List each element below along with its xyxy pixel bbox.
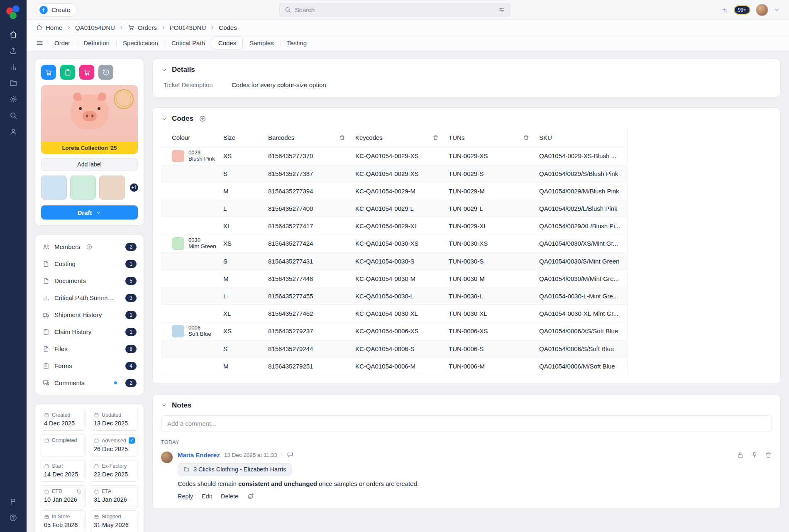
sidebar-item-costing[interactable]: Costing1 bbox=[38, 255, 141, 272]
rail-user[interactable] bbox=[5, 124, 22, 139]
rail-chart[interactable] bbox=[5, 59, 22, 75]
date-field-created[interactable]: Created4 Dec 2025 bbox=[40, 409, 86, 431]
history-icon[interactable] bbox=[76, 489, 82, 494]
breadcrumb-item-orders[interactable]: Orders bbox=[128, 24, 157, 31]
global-search[interactable] bbox=[279, 3, 510, 17]
codes-row-0006-S[interactable]: S8156435279244KC-QA01054-0006-STUN-0006-… bbox=[161, 340, 627, 357]
advertised-checkbox[interactable]: ✓ bbox=[129, 437, 135, 444]
date-field-start[interactable]: Start14 Dec 2025 bbox=[40, 460, 86, 482]
add-member-icon[interactable] bbox=[86, 244, 93, 250]
codes-row-0029-XL[interactable]: XL8156435277417KC-QA01054-0029-XLTUN-002… bbox=[161, 217, 627, 234]
status-dropdown[interactable]: Draft bbox=[41, 205, 138, 220]
codes-row-0030-XL[interactable]: XL8156435277462KC-QA01054-0030-XLTUN-003… bbox=[161, 305, 627, 322]
create-button[interactable]: + Create bbox=[36, 3, 77, 17]
notification-badge[interactable]: 99+ bbox=[734, 5, 750, 15]
calendar-icon bbox=[44, 412, 49, 418]
comment-input[interactable] bbox=[161, 415, 772, 432]
product-image[interactable]: Loreta Collection '25 bbox=[41, 85, 138, 154]
add-reaction-icon[interactable] bbox=[247, 493, 254, 500]
collapse-chevron-icon[interactable] bbox=[161, 402, 167, 408]
user-avatar[interactable] bbox=[756, 4, 768, 16]
breadcrumb-item-home[interactable]: Home bbox=[36, 24, 62, 31]
chevron-down-icon[interactable] bbox=[774, 7, 780, 13]
delete-column-icon[interactable] bbox=[432, 134, 439, 141]
tab-critical-path[interactable]: Critical Path bbox=[165, 37, 212, 49]
quick-action-clipboard-2[interactable] bbox=[60, 65, 75, 80]
rail-home[interactable] bbox=[5, 27, 22, 42]
trash-icon[interactable] bbox=[765, 451, 772, 459]
codes-row-0029-S[interactable]: S8156435277387KC-QA01054-0029-XSTUN-0029… bbox=[161, 165, 627, 182]
comment-action-delete[interactable]: Delete bbox=[221, 493, 238, 500]
codes-row-0006-M[interactable]: M8156435279251KC-QA01054-0006-MTUN-0006-… bbox=[161, 357, 627, 375]
tab-codes[interactable]: Codes bbox=[212, 37, 243, 49]
quick-action-cart-3[interactable] bbox=[79, 65, 94, 80]
quick-action-history-4[interactable] bbox=[98, 65, 113, 80]
codes-row-0030-M[interactable]: M8156435277448KC-QA01054-0030-MTUN-0030-… bbox=[161, 270, 627, 287]
rail-folder[interactable] bbox=[5, 75, 22, 91]
barcode-cell: 8156435279244 bbox=[268, 340, 355, 357]
sidebar-item-members[interactable]: Members2 bbox=[38, 238, 141, 255]
date-field-advertised[interactable]: Advertised✓26 Dec 2025 bbox=[90, 434, 139, 456]
tab-testing[interactable]: Testing bbox=[281, 37, 314, 49]
rail-upload[interactable] bbox=[5, 43, 22, 59]
sidebar-item-shipment-history[interactable]: Shipment History1 bbox=[38, 306, 141, 323]
rail-gear[interactable] bbox=[5, 91, 22, 107]
comment-action-edit[interactable]: Edit bbox=[202, 493, 212, 500]
rail-search[interactable] bbox=[5, 107, 22, 123]
image-thumbnail-2[interactable] bbox=[70, 176, 96, 200]
date-field-updated[interactable]: Updated13 Dec 2025 bbox=[90, 409, 139, 431]
breadcrumb-item-codes[interactable]: Codes bbox=[219, 24, 237, 31]
rail-help[interactable] bbox=[5, 510, 22, 526]
date-field-etd[interactable]: ETD10 Jan 2026 bbox=[40, 485, 86, 507]
add-code-icon[interactable] bbox=[199, 115, 206, 122]
image-thumbnail-1[interactable] bbox=[41, 176, 67, 200]
codes-row-0029-M[interactable]: M8156435277394KC-QA01054-0029-MTUN-0029-… bbox=[161, 182, 627, 200]
date-field-stopped[interactable]: Stopped31 May 2026 bbox=[90, 510, 139, 532]
image-thumbnail-3[interactable] bbox=[99, 176, 125, 200]
count-badge: 2 bbox=[125, 243, 137, 251]
hamburger-icon[interactable] bbox=[36, 39, 44, 47]
sidebar-item-claim-history[interactable]: Claim History1 bbox=[38, 323, 141, 340]
quick-action-cart-1[interactable] bbox=[41, 65, 56, 80]
sidebar-item-files[interactable]: Files8 bbox=[38, 340, 141, 357]
tab-definition[interactable]: Definition bbox=[77, 37, 116, 49]
rail-flag[interactable] bbox=[5, 494, 22, 510]
breadcrumb-item-po0143dnu[interactable]: PO0143DNU bbox=[170, 24, 206, 31]
sku-cell: QA01054/0029/XL/Blush Pi... bbox=[539, 217, 627, 234]
extra-images-badge[interactable]: +1 bbox=[129, 183, 139, 193]
search-input[interactable] bbox=[295, 6, 494, 13]
sidebar-item-comments[interactable]: Comments2 bbox=[38, 374, 141, 391]
collapse-chevron-icon[interactable] bbox=[161, 67, 167, 73]
codes-row-0030-L[interactable]: L8156435277455KC-QA01054-0030-LTUN-0030-… bbox=[161, 287, 627, 305]
sidebar-item-forms[interactable]: Forms4 bbox=[38, 357, 141, 374]
tab-samples[interactable]: Samples bbox=[243, 37, 280, 49]
company-tag-chip[interactable]: 3 Clicks Clothing - Elizabeth Harris bbox=[178, 463, 292, 476]
tab-order[interactable]: Order bbox=[48, 37, 77, 49]
codes-row-0029-XS[interactable]: 0029Blush PinkXS8156435277370KC-QA01054-… bbox=[161, 147, 627, 165]
codes-row-0030-XS[interactable]: 0030Mint GreenXS8156435277424KC-QA01054-… bbox=[161, 234, 627, 252]
date-field-ex-factory[interactable]: Ex-Factory22 Dec 2025 bbox=[90, 460, 139, 482]
date-field-completed[interactable]: Completed bbox=[40, 434, 86, 456]
codes-row-0030-S[interactable]: S8156435277431KC-QA01054-0030-STUN-0030-… bbox=[161, 252, 627, 270]
pin-icon[interactable] bbox=[751, 451, 758, 459]
codes-row-0006-XS[interactable]: 0006Soft BlueXS8156435279237KC-QA01054-0… bbox=[161, 322, 627, 340]
tab-specification[interactable]: Specification bbox=[116, 37, 165, 49]
comment-action-reply[interactable]: Reply bbox=[178, 493, 193, 500]
sparkle-icon[interactable] bbox=[720, 6, 728, 14]
comment-avatar[interactable] bbox=[161, 451, 173, 463]
collapse-chevron-icon[interactable] bbox=[161, 116, 167, 122]
app-logo[interactable] bbox=[6, 5, 21, 20]
add-label-button[interactable]: Add label bbox=[41, 158, 138, 171]
comment-author[interactable]: Maria Enderez bbox=[178, 451, 220, 459]
breadcrumb-item-qa01054dnu[interactable]: QA01054DNU bbox=[75, 24, 115, 31]
unlock-icon[interactable] bbox=[737, 451, 744, 459]
filter-icon[interactable] bbox=[498, 6, 505, 13]
chat-bubble-icon[interactable] bbox=[287, 451, 293, 458]
date-field-eta[interactable]: ETA31 Jan 2026 bbox=[90, 485, 139, 507]
sidebar-item-critical-path-summary[interactable]: Critical Path Summary3 bbox=[38, 289, 141, 306]
delete-column-icon[interactable] bbox=[339, 134, 345, 141]
date-field-in-store[interactable]: In Store05 Feb 2026 bbox=[40, 510, 86, 532]
delete-column-icon[interactable] bbox=[523, 134, 529, 141]
codes-row-0029-L[interactable]: L8156435277400KC-QA01054-0029-LTUN-0029-… bbox=[161, 200, 627, 217]
sidebar-item-documents[interactable]: Documents5 bbox=[38, 272, 141, 289]
